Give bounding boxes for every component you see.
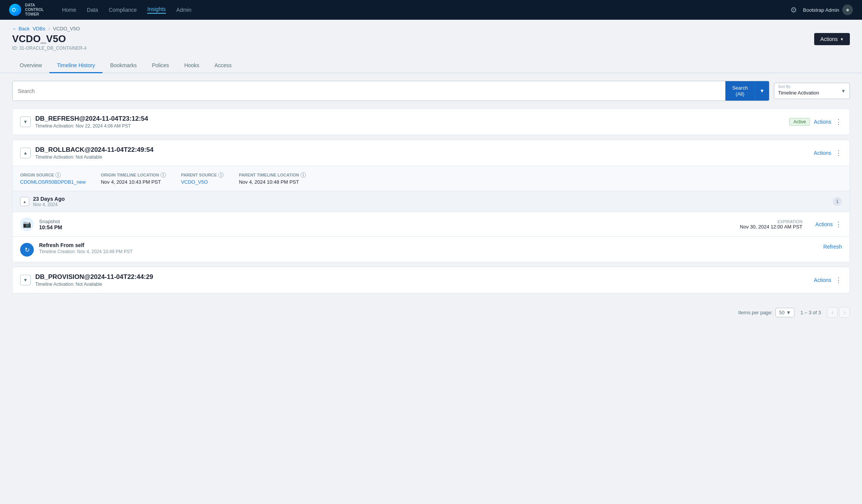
meta-origin-timeline-label: Origin Timeline Location i <box>101 172 166 178</box>
snapshot-more-icon[interactable]: ⋮ <box>835 220 842 228</box>
parent-timeline-info-icon[interactable]: i <box>301 172 306 178</box>
refresh-item: ↻ Refresh From self Timeline Creation: N… <box>13 237 849 262</box>
settings-icon[interactable]: ⚙ <box>790 5 797 14</box>
meta-parent-timeline-label: Parent Timeline Location i <box>239 172 306 178</box>
meta-parent-source-label: Parent Source i <box>181 172 224 178</box>
meta-origin-timeline: Origin Timeline Location i Nov 4, 2024 1… <box>101 172 166 185</box>
card-1-active-badge: Active <box>789 118 810 126</box>
search-box: Search (All) ▼ <box>12 81 769 101</box>
timeline-card-3: ▼ DB_PROVISION@2024-11-04T22:44:29 Timel… <box>12 267 850 293</box>
per-page-caret-icon: ▼ <box>786 310 791 315</box>
origin-source-info-icon[interactable]: i <box>55 172 61 178</box>
refresh-action-link[interactable]: Refresh <box>823 244 842 250</box>
per-page-select[interactable]: 50 ▼ <box>775 308 794 317</box>
breadcrumb-separator: › <box>48 26 50 32</box>
user-menu[interactable]: Bootstrap Admin ● <box>803 5 853 15</box>
search-dropdown-button[interactable]: ▼ <box>755 81 769 101</box>
card-2-meta: Origin Source i CDOMLOSR50BDPDB1_new Ori… <box>13 166 849 191</box>
timeline-count-badge: 1 <box>833 197 842 206</box>
card-2-actions-link[interactable]: Actions <box>814 150 831 156</box>
meta-parent-source: Parent Source i VCDO_V5O <box>181 172 224 185</box>
breadcrumb-parent[interactable]: VDBs <box>33 26 45 32</box>
meta-parent-timeline-value: Nov 4, 2024 10:48 PM PST <box>239 179 306 185</box>
card-2-subtitle: Timeline Activation: Not Available <box>35 154 809 160</box>
refresh-circle-icon: ↻ <box>20 243 34 257</box>
nav-home[interactable]: Home <box>62 7 76 13</box>
snapshot-info: Snapshot 10:54 PM <box>39 219 734 230</box>
page-id: ID: 31-ORACLE_DB_CONTAINER-4 <box>12 46 87 51</box>
meta-origin-source-label: Origin Source i <box>20 172 86 178</box>
parent-source-info-icon[interactable]: i <box>218 172 224 178</box>
expiry-value: Nov 30, 2024 12:00 AM PST <box>740 224 802 230</box>
card-1-title: DB_REFRESH@2024-11-04T23:12:54 <box>35 115 785 123</box>
items-per-page: Items per page: 50 ▼ <box>738 308 794 317</box>
card-2-title: DB_ROLLBACK@2024-11-04T22:49:54 <box>35 146 809 154</box>
card-3-subtitle: Timeline Activation: Not Available <box>35 282 809 287</box>
tab-timeline-history[interactable]: Timeline History <box>49 58 102 73</box>
card-1-actions-link[interactable]: Actions <box>814 119 831 125</box>
nav-data[interactable]: Data <box>87 7 98 13</box>
card-3-collapse-btn[interactable]: ▼ <box>20 275 31 285</box>
date-collapse-btn[interactable]: ▲ <box>20 197 29 206</box>
page-info: 1 – 3 of 3 <box>801 310 821 315</box>
page-content: ← Back VDBs › VCDO_V5O VCDO_V5O ID: 31-O… <box>0 20 862 504</box>
refresh-info: Refresh From self Timeline Creation: Nov… <box>39 242 818 254</box>
app-title: DATA CONTROL TOWER <box>25 3 44 17</box>
meta-origin-timeline-value: Nov 4, 2024 10:43 PM PST <box>101 179 166 185</box>
snapshot-camera-icon: 📷 <box>20 217 34 231</box>
card-2-collapse-btn[interactable]: ▲ <box>20 148 31 158</box>
breadcrumb-current: VCDO_V5O <box>53 26 80 32</box>
snapshot-type-label: Snapshot <box>39 219 734 224</box>
page-actions-button[interactable]: Actions ▼ <box>814 33 850 45</box>
card-1-actions: Active Actions ⋮ <box>789 118 842 126</box>
search-input[interactable] <box>13 81 725 101</box>
card-3-more-icon[interactable]: ⋮ <box>835 276 842 284</box>
username: Bootstrap Admin <box>803 7 839 13</box>
card-2-more-icon[interactable]: ⋮ <box>835 149 842 157</box>
timeline-date-info: ▲ 23 Days Ago Nov 4, 2024 <box>20 196 65 207</box>
tab-polices[interactable]: Polices <box>144 58 176 73</box>
next-page-button[interactable]: › <box>839 307 850 318</box>
card-1-collapse-btn[interactable]: ▼ <box>20 117 31 127</box>
nav-admin[interactable]: Admin <box>176 7 192 13</box>
sort-area: Sort By Timeline Activation ▼ <box>774 83 850 99</box>
meta-origin-source: Origin Source i CDOMLOSR50BDPDB1_new <box>20 172 86 185</box>
meta-parent-timeline: Parent Timeline Location i Nov 4, 2024 1… <box>239 172 306 185</box>
top-navigation: DATA CONTROL TOWER Home Data Compliance … <box>0 0 862 20</box>
nav-links: Home Data Compliance Insights Admin <box>62 6 191 14</box>
card-2-title-area: DB_ROLLBACK@2024-11-04T22:49:54 Timeline… <box>35 146 809 160</box>
timeline-card-1: ▼ DB_REFRESH@2024-11-04T23:12:54 Timelin… <box>12 109 850 135</box>
card-3-title-area: DB_PROVISION@2024-11-04T22:44:29 Timelin… <box>35 273 809 287</box>
nav-compliance[interactable]: Compliance <box>109 7 137 13</box>
tab-overview[interactable]: Overview <box>12 58 49 73</box>
origin-timeline-info-icon[interactable]: i <box>161 172 166 178</box>
search-area: Search (All) ▼ Sort By Timeline Activati… <box>0 73 862 109</box>
card-3-header[interactable]: ▼ DB_PROVISION@2024-11-04T22:44:29 Timel… <box>13 267 849 293</box>
pagination-area: Items per page: 50 ▼ 1 – 3 of 3 ‹ › <box>0 301 862 324</box>
back-button[interactable]: ← Back <box>12 26 30 32</box>
card-1-more-icon[interactable]: ⋮ <box>835 118 842 126</box>
meta-parent-source-value[interactable]: VCDO_V5O <box>181 179 224 185</box>
meta-origin-source-value[interactable]: CDOMLOSR50BDPDB1_new <box>20 179 86 185</box>
tab-hooks[interactable]: Hooks <box>176 58 207 73</box>
refresh-title: Refresh From self <box>39 242 818 248</box>
tab-access[interactable]: Access <box>207 58 239 73</box>
card-1-header[interactable]: ▼ DB_REFRESH@2024-11-04T23:12:54 Timelin… <box>13 109 849 135</box>
card-2-actions: Actions ⋮ <box>814 149 842 157</box>
avatar: ● <box>842 5 853 15</box>
snapshot-time-value: 10:54 PM <box>39 224 734 230</box>
nav-insights[interactable]: Insights <box>147 6 165 14</box>
items-per-page-label: Items per page: <box>738 310 772 315</box>
nav-right: ⚙ Bootstrap Admin ● <box>790 5 853 15</box>
card-2-header[interactable]: ▲ DB_ROLLBACK@2024-11-04T22:49:54 Timeli… <box>13 140 849 166</box>
card-3-actions: Actions ⋮ <box>814 276 842 284</box>
tab-bookmarks[interactable]: Bookmarks <box>102 58 144 73</box>
card-3-actions-link[interactable]: Actions <box>814 277 831 283</box>
breadcrumb: ← Back VDBs › VCDO_V5O <box>0 20 862 32</box>
search-button[interactable]: Search (All) <box>725 81 755 101</box>
expiry-label: Expiration <box>740 219 802 224</box>
page-header: VCDO_V5O ID: 31-ORACLE_DB_CONTAINER-4 Ac… <box>0 32 862 51</box>
page-title-area: VCDO_V5O ID: 31-ORACLE_DB_CONTAINER-4 <box>12 33 87 51</box>
snapshot-actions-link[interactable]: Actions <box>815 221 833 227</box>
prev-page-button[interactable]: ‹ <box>827 307 838 318</box>
